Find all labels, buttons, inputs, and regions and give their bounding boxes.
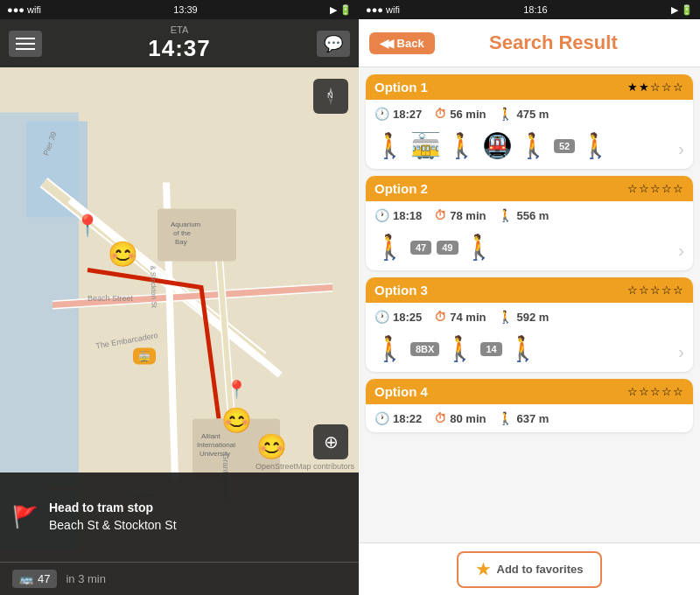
- bus-arrival-time: in 3 min: [66, 572, 106, 585]
- walk-icon: 🚶: [518, 131, 549, 160]
- svg-text:Beach Street: Beach Street: [88, 294, 134, 303]
- instruction-line2: Beach St & Stockton St: [49, 517, 177, 535]
- chat-button[interactable]: 💬: [317, 31, 350, 57]
- eta-time: 14:37: [148, 35, 211, 62]
- walk-icon: 🚶: [446, 131, 477, 160]
- bottom-bar: ★ Add to favorites: [359, 542, 700, 595]
- smiley-pin-2: 😊: [221, 406, 252, 435]
- tram-stop-pin: 🚋: [133, 348, 156, 365]
- walk-icon-1: 🚶: [498, 107, 513, 121]
- option-2-time: 18:18: [393, 209, 422, 222]
- option-1-transport: 🚶 🚋 🚶 🚇 🚶 52 🚶 ›: [366, 128, 693, 169]
- map-panel: ●●● wifi 13:39 ▶ 🔋 ETA 14:37 💬: [0, 0, 359, 595]
- walk-icon-3: 🚶: [498, 310, 513, 324]
- favorites-star-icon: ★: [476, 560, 490, 579]
- option-2-duration: 78 min: [450, 209, 486, 222]
- option-2-transport: 🚶 47 49 🚶 ›: [366, 229, 693, 270]
- option-2-card[interactable]: Option 2 ☆☆☆☆☆ 🕐 18:18 ⏱ 78 min 🚶 556 m: [366, 176, 693, 270]
- compass-button[interactable]: N: [313, 79, 348, 114]
- option-3-duration: 74 min: [450, 311, 486, 324]
- favorites-label: Add to favorites: [497, 563, 584, 576]
- flag-icon: 🚩: [12, 505, 38, 529]
- locate-button[interactable]: ⊕: [313, 424, 348, 459]
- page-title: Search Result: [444, 32, 663, 54]
- smiley-pin-3: 😊: [256, 432, 287, 461]
- chevron-right-icon-3[interactable]: ›: [678, 341, 684, 361]
- bus-badge: 🚌 47: [12, 570, 57, 588]
- option-3-title: Option 3: [374, 283, 428, 298]
- time-right: 18:16: [523, 4, 548, 15]
- option-3-stars: ☆☆☆☆☆: [627, 284, 684, 297]
- bus-8bx-badge: 8BX: [410, 342, 439, 356]
- option-3-time: 18:25: [393, 311, 422, 324]
- svg-text:Alliant: Alliant: [201, 432, 221, 440]
- status-bar-left: ●●● wifi 13:39 ▶ 🔋: [0, 0, 359, 19]
- tram-icon: 🚋: [410, 131, 441, 160]
- add-to-favorites-button[interactable]: ★ Add to favorites: [457, 551, 603, 588]
- option-1-time: 18:27: [393, 108, 422, 121]
- map-attribution: OpenStreetMap contributors: [256, 462, 354, 471]
- smiley-pin-main: 😊: [108, 240, 138, 269]
- duration-icon-1: ⏱: [434, 107, 446, 121]
- back-button[interactable]: ◀ ◀ Back: [369, 32, 435, 54]
- svg-text:N: N: [327, 91, 333, 100]
- svg-text:Aquarium: Aquarium: [171, 220, 201, 228]
- option-4-stars: ☆☆☆☆☆: [627, 385, 684, 398]
- chevron-right-icon-2[interactable]: ›: [678, 240, 684, 260]
- clock-icon-3: 🕐: [374, 310, 389, 324]
- search-results-panel: ●●● wifi 18:16 ▶ 🔋 ◀ ◀ Back Search Resul…: [359, 0, 700, 595]
- location-pin: 📍: [74, 214, 101, 238]
- svg-text:International: International: [197, 441, 235, 449]
- walk-icon: 🚶: [374, 233, 405, 262]
- option-1-title: Option 1: [374, 80, 428, 94]
- svg-text:of the: of the: [173, 229, 192, 237]
- instruction-text: Head to tram stop Beach St & Stockton St: [49, 500, 177, 534]
- option-1-walk: 475 m: [516, 108, 549, 121]
- option-1-stars: ★★☆☆☆: [627, 80, 684, 94]
- option-2-title: Option 2: [374, 181, 428, 196]
- bus-49-badge: 49: [437, 241, 458, 255]
- duration-icon-2: ⏱: [434, 208, 446, 222]
- walk-icon-4: 🚶: [498, 411, 513, 425]
- option-2-details: 🕐 18:18 ⏱ 78 min 🚶 556 m: [366, 201, 693, 229]
- battery-right: ▶ 🔋: [671, 4, 693, 16]
- eta-block: ETA 14:37: [148, 24, 211, 62]
- clock-icon-1: 🕐: [374, 107, 389, 121]
- bus-icon: 🚌: [19, 572, 33, 585]
- bus-52-badge: 52: [554, 139, 575, 153]
- option-3-card[interactable]: Option 3 ☆☆☆☆☆ 🕐 18:25 ⏱ 74 min 🚶 592 m: [366, 277, 693, 372]
- instruction-line1: Head to tram stop: [49, 500, 177, 517]
- walk-icon: 🚶: [444, 334, 475, 363]
- crosshair-icon: ⊕: [324, 431, 339, 452]
- option-3-transport: 🚶 8BX 🚶 14 🚶 ›: [366, 331, 693, 372]
- chevron-right-icon-1[interactable]: ›: [678, 138, 684, 158]
- option-2-walk: 556 m: [516, 209, 549, 222]
- option-3-details: 🕐 18:25 ⏱ 74 min 🚶 592 m: [366, 303, 693, 331]
- duration-icon-4: ⏱: [434, 411, 446, 425]
- walk-icon: 🚶: [464, 233, 494, 262]
- eta-label: ETA: [148, 24, 211, 35]
- option-2-header: Option 2 ☆☆☆☆☆: [366, 176, 693, 201]
- option-4-details: 🕐 18:22 ⏱ 80 min 🚶 637 m: [366, 404, 693, 432]
- option-1-duration: 56 min: [450, 108, 486, 121]
- svg-text:& Stockton St: & Stockton St: [149, 265, 158, 309]
- bus-47-badge: 47: [410, 241, 431, 255]
- clock-icon-2: 🕐: [374, 208, 389, 222]
- menu-button[interactable]: [9, 31, 42, 57]
- walk-icon: 🚶: [374, 334, 405, 363]
- option-4-duration: 80 min: [450, 412, 486, 425]
- option-4-walk: 637 m: [516, 412, 549, 425]
- bus-number: 47: [38, 572, 50, 585]
- option-4-title: Option 4: [374, 384, 428, 399]
- option-4-card[interactable]: Option 4 ☆☆☆☆☆ 🕐 18:22 ⏱ 80 min 🚶 637 m: [366, 379, 693, 432]
- results-list[interactable]: Option 1 ★★☆☆☆ 🕐 18:27 ⏱ 56 min 🚶 475 m: [359, 67, 700, 542]
- option-4-header: Option 4 ☆☆☆☆☆: [366, 379, 693, 404]
- walk-icon: 🚶: [374, 131, 405, 160]
- clock-icon-4: 🕐: [374, 411, 389, 425]
- svg-rect-2: [158, 209, 236, 262]
- option-1-header: Option 1 ★★☆☆☆: [366, 74, 693, 100]
- signal-right: ●●● wifi: [366, 4, 400, 15]
- duration-icon-3: ⏱: [434, 310, 446, 324]
- option-1-details: 🕐 18:27 ⏱ 56 min 🚶 475 m: [366, 100, 693, 128]
- option-1-card[interactable]: Option 1 ★★☆☆☆ 🕐 18:27 ⏱ 56 min 🚶 475 m: [366, 74, 693, 169]
